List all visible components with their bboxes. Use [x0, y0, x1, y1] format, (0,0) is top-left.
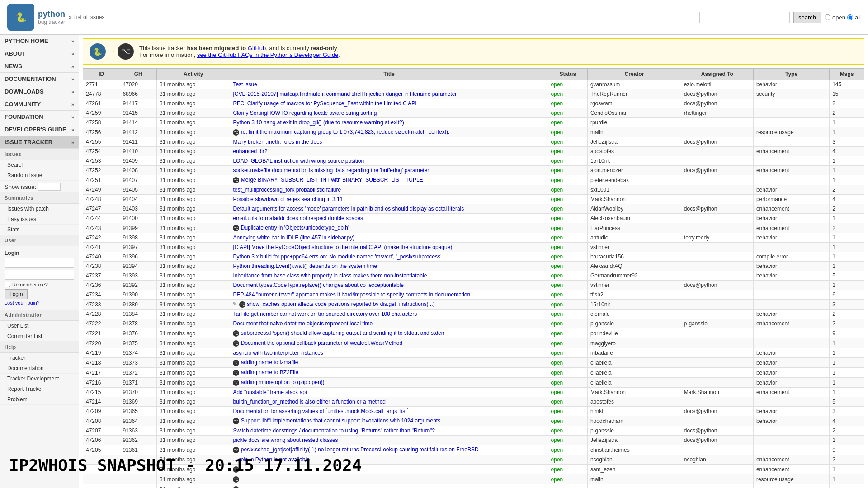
lost-login-link[interactable]: Lost your login?: [5, 300, 40, 305]
cell-title: Default arguments for access 'mode' para…: [230, 204, 548, 214]
github-link[interactable]: GitHub: [248, 45, 266, 52]
issue-title-link[interactable]: Annoying white bar in IDLE (line 457 in …: [233, 235, 354, 241]
cell-status: open: [548, 223, 587, 233]
cell-creator: mbadaire: [587, 348, 681, 358]
issue-title-link[interactable]: [CVE-2015-20107] mailcap.findmatch: comm…: [233, 91, 457, 97]
sidebar-item-user-list[interactable]: User List: [0, 321, 79, 331]
sidebar-item-tracker[interactable]: Tracker: [0, 353, 79, 363]
sidebar-nav-item[interactable]: ISSUE TRACKER»: [0, 136, 79, 149]
login-password-input[interactable]: [5, 270, 74, 280]
cell-assigned: [681, 338, 753, 348]
issue-title-link[interactable]: Document types.CodeType.replace() change…: [233, 282, 404, 288]
issue-title-link[interactable]: show_caches option affects code position…: [247, 301, 434, 307]
cell-type: behavior: [753, 348, 829, 358]
sidebar-nav-item[interactable]: DOCUMENTATION»: [0, 73, 79, 85]
issue-title-link[interactable]: Switch datetime docstrings / documentati…: [233, 427, 435, 434]
issue-title-link[interactable]: LOAD_GLOBAL instruction with wrong sourc…: [233, 158, 364, 164]
cell-status: open: [548, 416, 587, 426]
issue-title-link[interactable]: Inheritance from base class with propert…: [233, 272, 427, 279]
sidebar-nav-item[interactable]: DEVELOPER'S GUIDE»: [0, 123, 79, 136]
issue-title-link[interactable]: Possible slowdown of regex searching in …: [233, 196, 343, 202]
login-button[interactable]: Login: [5, 289, 28, 299]
issue-title-link[interactable]: ... role in Python is not available: [233, 456, 309, 463]
cell-id: 47261: [83, 99, 120, 108]
issue-title-link[interactable]: Documentation for asserting values of `u…: [233, 408, 408, 414]
sidebar-item-stats[interactable]: Stats: [0, 225, 79, 235]
issue-title-link[interactable]: adding mtime option to gzip open(): [241, 379, 325, 385]
sidebar-item-problem[interactable]: Problem: [0, 394, 79, 405]
sidebar-item-report-tracker[interactable]: Report Tracker: [0, 384, 79, 394]
guide-link[interactable]: see the GitHub FAQs in the Python's Deve…: [197, 52, 338, 58]
cell-type: behavior: [753, 262, 829, 271]
sidebar-nav-item[interactable]: FOUNDATION»: [0, 111, 79, 123]
sidebar-item-search[interactable]: Search: [0, 160, 79, 170]
issue-title-link[interactable]: Test issue: [233, 81, 257, 88]
issue-title-link[interactable]: Clarify SortingHOWTO regarding locale aw…: [233, 110, 377, 116]
sidebar-nav-item[interactable]: NEWS»: [0, 60, 79, 73]
show-issue-input[interactable]: [38, 183, 61, 191]
cell-creator: rgoswami: [587, 99, 681, 108]
remember-me-checkbox[interactable]: [5, 282, 10, 287]
issue-title-link[interactable]: RFC: Clarify usage of macros for PySeque…: [233, 100, 416, 107]
cell-assigned: docs@python: [681, 137, 753, 147]
cell-msgs: 9: [830, 445, 864, 455]
issue-title-link[interactable]: [C API] Move the PyCodeObject structure …: [233, 244, 452, 250]
issue-title-link[interactable]: builtin_function_or_method is also eithe…: [233, 399, 386, 405]
cell-title: ⌥ subprocess.Popen() should allow captur…: [230, 328, 548, 338]
issue-title-link[interactable]: subprocess.Popen() should allow capturin…: [241, 330, 445, 336]
table-row: 31 months ago ⌥ open malin resource usag…: [83, 474, 864, 484]
issue-title-link[interactable]: adding name to lzmafile: [241, 359, 298, 366]
cell-assigned: terry.reedy: [681, 233, 753, 243]
issue-title-link[interactable]: Document that naive datetime objects rep…: [233, 320, 373, 327]
issue-title-link[interactable]: email.utils.formataddr does not respect …: [233, 215, 363, 221]
issue-title-link[interactable]: Python threading.Event().wait() depends …: [233, 263, 377, 269]
table-row: 31 months ago ⌥ open sam_ezeh enhancemen…: [83, 465, 864, 474]
radio-all[interactable]: [847, 14, 853, 20]
radio-open[interactable]: [825, 14, 830, 20]
cell-status: open: [548, 195, 587, 204]
cell-activity: 31 months ago: [157, 300, 230, 310]
issue-title-link[interactable]: Merge BINARY_SUBSCR_LIST_INT with BINARY…: [241, 177, 423, 183]
sidebar-item-random[interactable]: Random Issue: [0, 170, 79, 181]
issue-title-link[interactable]: Default arguments for access 'mode' para…: [233, 206, 464, 212]
issue-title-link[interactable]: TarFile.getmember cannot work on tar sou…: [233, 311, 417, 317]
nav-item-label: DOCUMENTATION: [5, 75, 56, 82]
issue-title-link[interactable]: Document the optional callback parameter…: [241, 340, 402, 346]
issue-title-link[interactable]: Python 3.10 hang at exit in drop_gil() (…: [233, 119, 404, 126]
search-button[interactable]: search: [793, 12, 821, 23]
issue-title-link[interactable]: Duplicate entry in 'Objects/unicodetype_…: [241, 225, 349, 231]
sidebar-nav-item[interactable]: PYTHON HOME»: [0, 35, 79, 47]
issue-title-link[interactable]: Support libffi implementations that cann…: [241, 418, 440, 424]
cell-activity: 31 months ago: [157, 348, 230, 358]
sidebar-nav-item[interactable]: DOWNLOADS»: [0, 85, 79, 98]
sidebar-nav-item[interactable]: COMMUNITY»: [0, 98, 79, 111]
sidebar-item-easy-issues[interactable]: Easy issues: [0, 214, 79, 225]
login-username-input[interactable]: [5, 258, 74, 268]
issue-title-link[interactable]: Many broken :meth: roles in the docs: [233, 139, 322, 145]
issue-title-link[interactable]: enhanced dir?: [233, 148, 267, 155]
sidebar-item-committer-list[interactable]: Committer List: [0, 331, 79, 342]
cell-title: asyncio with two interpreter instances: [230, 348, 548, 358]
sidebar-item-issues-with-patch[interactable]: Issues with patch: [0, 204, 79, 214]
issue-title-link[interactable]: Add "unstable" frame stack api: [233, 389, 307, 395]
sidebar-nav-item[interactable]: ABOUT»: [0, 47, 79, 60]
cell-status: open: [548, 89, 587, 99]
cell-msgs: [830, 484, 864, 488]
sidebar-item-tracker-development[interactable]: Tracker Development: [0, 374, 79, 384]
search-input[interactable]: [699, 12, 790, 23]
issue-title-link[interactable]: test_multiprocessing_fork probabilistic …: [233, 187, 341, 193]
cell-activity: 31 months ago: [157, 166, 230, 175]
cell-type: [753, 484, 829, 488]
issue-title-link[interactable]: adding name to BZ2File: [241, 369, 298, 375]
cell-title: builtin_function_or_method is also eithe…: [230, 397, 548, 407]
issue-title-link[interactable]: Python 3.x build for ppc+ppc64 errs on: …: [233, 253, 441, 260]
issue-title-link[interactable]: pickle docs are wrong about nested class…: [233, 437, 338, 443]
col-title: Title: [230, 69, 548, 80]
issue-title-link[interactable]: PEP-484 "numeric tower" approach makes i…: [233, 291, 470, 298]
issue-title-link[interactable]: socket.makefile documentation is missing…: [233, 167, 429, 174]
issue-title-link[interactable]: re: limit the maximum capturing group to…: [241, 129, 450, 135]
sidebar-item-documentation[interactable]: Documentation: [0, 363, 79, 374]
cell-gh: 91376: [120, 328, 157, 338]
issue-title-link[interactable]: posix.sched_{get|set}affinity(-1) no lon…: [241, 446, 479, 453]
issue-title-link[interactable]: asyncio with two interpreter instances: [233, 350, 323, 356]
